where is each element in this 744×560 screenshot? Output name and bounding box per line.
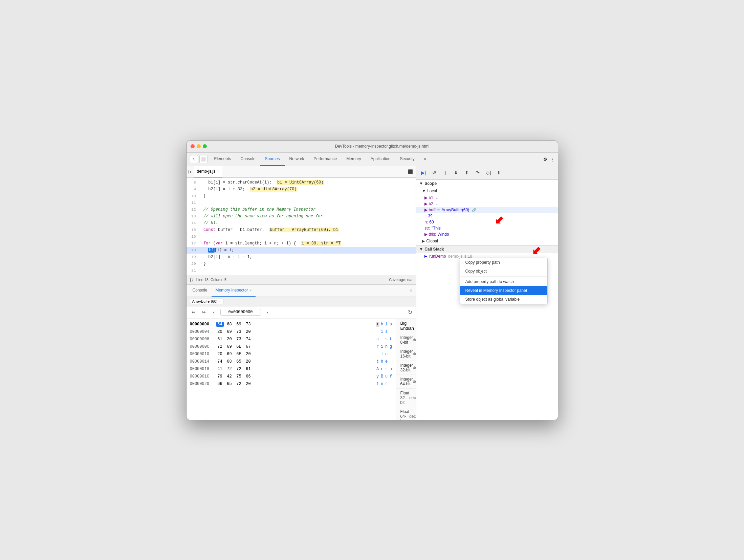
scope-header[interactable]: ▼ Scope	[416, 180, 557, 187]
buffer-tab-close[interactable]: ×	[219, 299, 221, 303]
code-line-9: 9 b2[i] = i + 33; b2 = Uint8Array(70)	[187, 186, 416, 193]
code-line-8: 8 b1[i] = str.charCodeAt(i); b1 = Uint8A…	[187, 179, 416, 186]
maximize-button[interactable]	[203, 144, 207, 148]
code-line-10: 10 }	[187, 193, 416, 199]
memory-next-button[interactable]: ›	[264, 308, 271, 316]
float32-format: dec	[409, 395, 416, 400]
data-row-int16: Integer 16-bit dec ▼ 21608	[396, 347, 416, 361]
status-bar: {} Line 18, Column 5 Coverage: n/a	[187, 275, 416, 284]
hex-byte[interactable]: 73	[245, 322, 252, 327]
source-expand-icon[interactable]: ⬛	[408, 169, 413, 174]
hex-row-3: 0000000C 72 69 6E 67 r i	[190, 343, 393, 350]
data-row-int32: Integer 32-bit dec ▼ 1416128883	[396, 361, 416, 375]
global-triangle: ▶	[422, 239, 425, 243]
ctx-copy-property-path[interactable]: Copy property path	[460, 258, 547, 267]
source-tab-bar: ▷ demo-js.js × ⬛	[187, 166, 416, 178]
hex-addr: 00000018	[190, 367, 214, 371]
cursor-tool[interactable]: ↖	[190, 155, 198, 163]
callstack-triangle: ▼	[419, 247, 423, 252]
inspect-tool[interactable]: ⬜	[199, 155, 207, 163]
restart-button[interactable]: ↺	[430, 168, 439, 177]
pause-button[interactable]: ⏸	[495, 168, 504, 177]
hex-row-0: 00000000 54 68 69 73 T h	[190, 321, 393, 328]
int8-format: dec	[413, 338, 416, 342]
memory-refresh-button[interactable]: ↻	[408, 309, 412, 316]
global-header[interactable]: ▶ Global	[416, 237, 557, 245]
bottom-panel-close[interactable]: ×	[406, 285, 416, 297]
step-out-button[interactable]: ⬆	[462, 168, 471, 177]
int16-label: Integer 16-bit	[400, 349, 413, 359]
code-line-15: 15 const buffer = b1.buffer; buffer = Ar…	[187, 227, 416, 233]
tab-performance[interactable]: Performance	[309, 153, 342, 166]
hex-byte[interactable]: 68	[226, 322, 233, 327]
tab-elements[interactable]: Elements	[210, 153, 236, 166]
code-line-14: 14 // b1.	[187, 220, 416, 227]
call-stack-header[interactable]: ▼ Call Stack	[416, 245, 557, 253]
ctx-add-to-watch[interactable]: Add property path to watch	[460, 277, 547, 286]
tab-console-bottom[interactable]: Console	[189, 285, 212, 297]
hex-addr: 00000008	[190, 337, 214, 342]
step-over-button[interactable]: ⤵	[441, 168, 450, 177]
endian-label: Big Endian	[400, 321, 414, 331]
int32-format: dec	[413, 365, 416, 370]
tab-network[interactable]: Network	[285, 153, 309, 166]
memory-buffer-tab-bar: ArrayBuffer(60) ×	[187, 297, 416, 306]
step-into-button[interactable]: ⬇	[452, 168, 460, 177]
tab-application[interactable]: Application	[366, 153, 395, 166]
hex-addr: 00000000	[190, 322, 214, 327]
array-buffer-tab[interactable]: ArrayBuffer(60) ×	[190, 299, 223, 304]
traffic-lights	[191, 144, 207, 148]
hex-row-8: 00000020 66 65 72 20 f e	[190, 380, 393, 388]
buffer-tab-label: ArrayBuffer(60)	[192, 299, 218, 303]
source-nav-icon[interactable]: ▷	[189, 169, 192, 174]
tab-memory[interactable]: Memory	[342, 153, 366, 166]
scope-item-b1[interactable]: ▶ b1: …	[416, 195, 557, 201]
resume-button[interactable]: ▶|	[419, 168, 428, 177]
memory-inspector-content: ArrayBuffer(60) × ↩ ↪ ‹ › ↻	[187, 297, 416, 420]
hex-row-1: 00000004 20 69 73 20 i	[190, 328, 393, 336]
close-button[interactable]	[191, 144, 195, 148]
scope-panel: ▼ Scope ▼ Local ▶ b1: … ▶ b2: …	[416, 180, 557, 420]
int8-label: Integer 8-bit	[400, 335, 413, 345]
hex-byte[interactable]: 69	[235, 322, 243, 327]
data-row-int64: Integer 64-bit dec ▼ 6082227239949792032	[396, 375, 416, 389]
local-header[interactable]: ▼ Local	[416, 187, 557, 195]
more-icon[interactable]: ⋮	[550, 157, 554, 162]
ctx-reveal-memory-inspector[interactable]: Reveal in Memory Inspector panel	[460, 286, 547, 295]
float32-label: Float 32-bit	[400, 391, 410, 405]
deactivate-button[interactable]: ◇|	[484, 168, 493, 177]
scope-item-this[interactable]: ▶ this: Windo	[416, 231, 557, 237]
tab-console[interactable]: Console	[236, 153, 260, 166]
settings-controls: ⚙ ⋮	[540, 153, 558, 166]
source-tab-close[interactable]: ×	[217, 170, 219, 173]
scope-item-n: n: 60	[416, 219, 557, 225]
ctx-copy-object[interactable]: Copy object	[460, 267, 547, 276]
memory-prev-button[interactable]: ‹	[210, 308, 218, 316]
source-tab-demo-js[interactable]: demo-js.js ×	[194, 166, 223, 177]
hex-row-4: 00000010 20 69 6E 20 i	[190, 350, 393, 358]
debugger-controls: ▶| ↺ ⤵ ⬇ ⬆ ↷ ◇| ⏸	[416, 166, 557, 180]
scope-item-buffer[interactable]: ▶ buffer: ArrayBuffer(60) 🔗	[416, 207, 557, 213]
settings-icon[interactable]: ⚙	[543, 157, 547, 162]
tab-more[interactable]: »	[419, 153, 431, 166]
scope-item-str: str: "This	[416, 225, 557, 231]
step-button[interactable]: ↷	[473, 168, 482, 177]
tab-security[interactable]: Security	[395, 153, 419, 166]
memory-back-button[interactable]: ↩	[190, 308, 197, 316]
hex-row-2: 00000008 61 20 73 74 a	[190, 336, 393, 343]
memory-link-icon[interactable]: 🔗	[472, 208, 477, 212]
hex-byte[interactable]: 54	[216, 322, 224, 327]
tab-memory-inspector[interactable]: Memory Inspector ×	[212, 285, 256, 297]
devtools-window: DevTools - memory-inspector.glitch.me/de…	[186, 140, 558, 420]
minimize-button[interactable]	[197, 144, 201, 148]
ctx-store-global[interactable]: Store object as global variable	[460, 295, 547, 304]
memory-forward-button[interactable]: ↪	[200, 308, 207, 316]
tab-sources[interactable]: Sources	[260, 153, 285, 166]
scope-item-b2[interactable]: ▶ b2: …	[416, 201, 557, 207]
ctx-divider-1	[460, 276, 547, 277]
code-line-12: 12 // Opening this buffer in the Memory …	[187, 206, 416, 213]
memory-address-input[interactable]	[220, 309, 261, 316]
source-nav: ▷	[187, 166, 194, 177]
hex-chars: T h i s	[376, 322, 393, 327]
memory-inspector-tab-close[interactable]: ×	[250, 288, 252, 292]
